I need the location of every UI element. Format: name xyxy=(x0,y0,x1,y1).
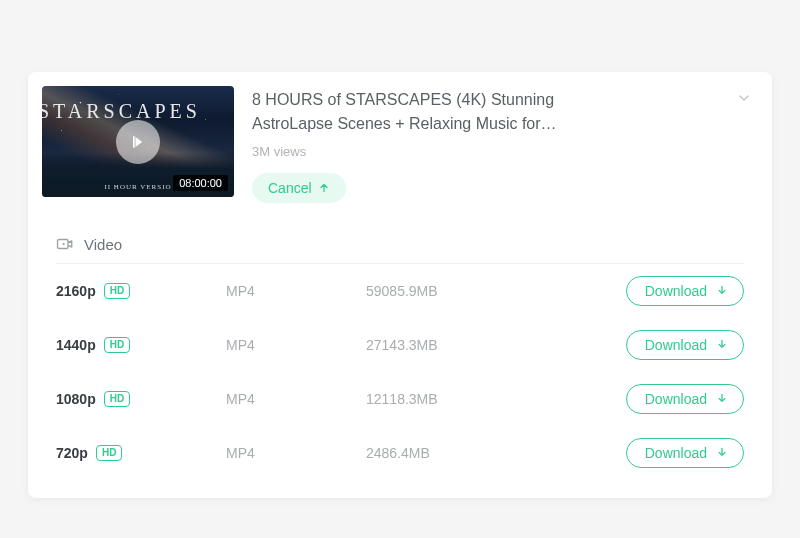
video-icon xyxy=(56,235,74,253)
video-title-line1: 8 HOURS of STARSCAPES (4K) Stunning xyxy=(252,91,554,108)
cancel-button[interactable]: Cancel xyxy=(252,173,346,203)
resolution-value: 720p xyxy=(56,445,88,461)
resolution-value: 1440p xyxy=(56,337,96,353)
size-cell: 12118.3MB xyxy=(366,391,626,407)
download-icon xyxy=(715,392,729,406)
hd-badge: HD xyxy=(104,283,130,299)
video-info: 8 HOURS of STARSCAPES (4K) Stunning Astr… xyxy=(252,86,756,203)
section-heading: Video xyxy=(84,236,122,253)
chevron-down-icon xyxy=(736,90,752,106)
hd-badge: HD xyxy=(104,391,130,407)
video-title-line2: AstroLapse Scenes + Relaxing Music for… xyxy=(252,115,557,132)
cancel-label: Cancel xyxy=(268,180,312,196)
size-cell: 59085.9MB xyxy=(366,283,626,299)
table-row: 1080p HD MP4 12118.3MB Download xyxy=(56,372,744,426)
download-label: Download xyxy=(645,391,707,407)
download-icon xyxy=(715,284,729,298)
format-cell: MP4 xyxy=(226,337,366,353)
thumbnail-subtitle: II HOUR VERSIO xyxy=(104,183,171,191)
formats-table: 2160p HD MP4 59085.9MB Download 1440p xyxy=(56,264,744,480)
download-label: Download xyxy=(645,445,707,461)
play-icon[interactable] xyxy=(116,120,160,164)
video-formats-section: Video 2160p HD MP4 59085.9MB Download xyxy=(28,221,772,498)
format-cell: MP4 xyxy=(226,283,366,299)
video-card: STARSCAPES II HOUR VERSIO 08:00:00 8 HOU… xyxy=(28,72,772,498)
video-thumbnail[interactable]: STARSCAPES II HOUR VERSIO 08:00:00 xyxy=(42,86,234,197)
download-icon xyxy=(715,446,729,460)
resolution-cell: 1080p HD xyxy=(56,391,226,407)
video-views: 3M views xyxy=(252,144,756,159)
video-title: 8 HOURS of STARSCAPES (4K) Stunning Astr… xyxy=(252,88,756,136)
table-row: 2160p HD MP4 59085.9MB Download xyxy=(56,264,744,318)
size-cell: 27143.3MB xyxy=(366,337,626,353)
resolution-cell: 1440p HD xyxy=(56,337,226,353)
hd-badge: HD xyxy=(96,445,122,461)
hd-badge: HD xyxy=(104,337,130,353)
download-label: Download xyxy=(645,337,707,353)
download-button[interactable]: Download xyxy=(626,330,744,360)
resolution-cell: 2160p HD xyxy=(56,283,226,299)
duration-badge: 08:00:00 xyxy=(173,175,228,191)
resolution-value: 2160p xyxy=(56,283,96,299)
arrow-up-icon xyxy=(318,182,330,194)
table-row: 720p HD MP4 2486.4MB Download xyxy=(56,426,744,480)
download-label: Download xyxy=(645,283,707,299)
download-button[interactable]: Download xyxy=(626,276,744,306)
format-cell: MP4 xyxy=(226,445,366,461)
size-cell: 2486.4MB xyxy=(366,445,626,461)
resolution-cell: 720p HD xyxy=(56,445,226,461)
collapse-toggle[interactable] xyxy=(736,90,752,110)
download-button[interactable]: Download xyxy=(626,384,744,414)
format-cell: MP4 xyxy=(226,391,366,407)
video-header: STARSCAPES II HOUR VERSIO 08:00:00 8 HOU… xyxy=(28,72,772,221)
download-icon xyxy=(715,338,729,352)
resolution-value: 1080p xyxy=(56,391,96,407)
download-button[interactable]: Download xyxy=(626,438,744,468)
table-row: 1440p HD MP4 27143.3MB Download xyxy=(56,318,744,372)
section-heading-row: Video xyxy=(56,231,744,264)
